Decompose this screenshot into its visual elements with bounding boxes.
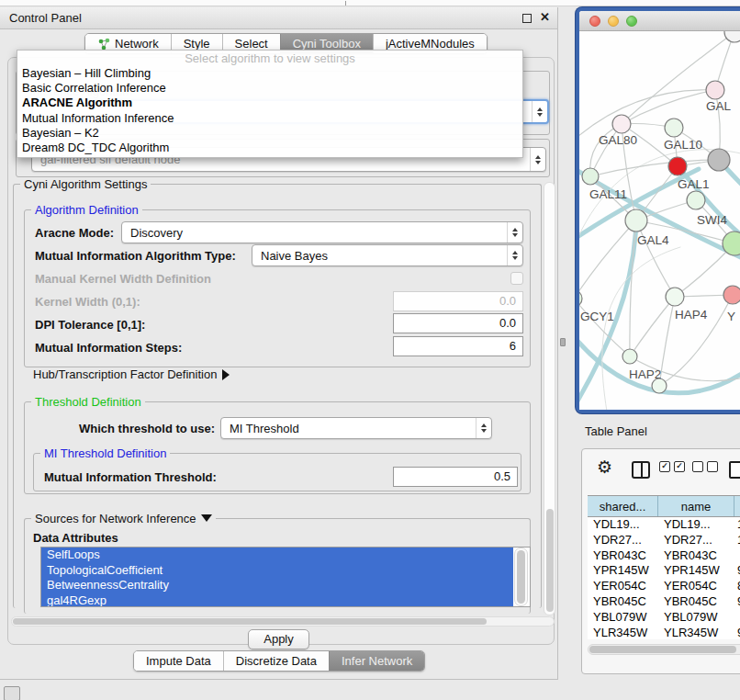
table-row[interactable]: YBR045CYBR045C9. [588,594,740,610]
mi-threshold-field[interactable]: 0.5 [393,467,518,487]
network-edge-thin[interactable] [636,220,675,297]
which-threshold-value: MI Threshold [230,422,299,435]
data-attributes-list[interactable]: SelfLoopsTopologicalCoefficientBetweenne… [40,547,531,607]
bottom-tab-discretize-data[interactable]: Discretize Data [223,651,329,671]
attribute-item-gal4rgexp[interactable]: gal4RGexp [41,593,513,608]
dropdown-item-bayesian-hill-climbing[interactable]: Bayesian – Hill Climbing [17,66,522,81]
aracne-mode-value: Discovery [130,226,183,240]
sources-group-title[interactable]: Sources for Network Inference [31,512,216,525]
network-edge-thin[interactable] [659,297,675,386]
node-swi4[interactable] [687,191,705,209]
table-cell: YDR27... [588,533,658,548]
node-gal-pink[interactable] [706,81,724,99]
mi-algorithm-type-combobox[interactable]: Naive Bayes [252,244,523,266]
dropdown-item-basic-correlation-inference[interactable]: Basic Correlation Inference [17,81,522,96]
table-row[interactable]: YER054CYER054C8. [588,579,740,594]
node-bottom-partial[interactable] [652,378,667,393]
table-cell: YBR045C [658,594,734,610]
scrollbar-thumb[interactable] [13,618,487,625]
manual-kernel-width-checkbox[interactable] [510,272,523,285]
column-header-name[interactable]: name [658,496,734,516]
unchecked-box-icon [707,461,718,472]
dropdown-item-aracne-algorithm[interactable]: ARACNE Algorithm [17,96,522,110]
attributes-list-scrollbar[interactable] [514,548,528,606]
attribute-item-selfloops[interactable]: SelfLoops [41,548,513,563]
scrollbar-thumb[interactable] [546,509,554,612]
close-panel-icon[interactable]: ✕ [540,10,550,24]
node-gcy1[interactable] [579,290,582,307]
hub-definition-toggle[interactable]: Hub/Transcription Factor Definition [33,367,230,381]
dropdown-item-dream8-dc-tdc-algorithm[interactable]: Dream8 DC_TDC Algorithm [17,141,522,155]
dpi-tolerance-field[interactable]: 0.0 [393,313,523,333]
node-top-partial[interactable] [724,31,740,42]
node-gal11-label: GAL11 [589,187,627,201]
app-toolbar-strip [0,0,740,6]
table-row[interactable]: YBR043CYBR043C [588,548,740,564]
table-row[interactable]: YDL19...YDL19...13 [588,517,740,533]
column-header-2[interactable] [734,496,740,516]
cyni-algorithm-settings-title: Cyni Algorithm Settings [20,177,151,191]
bottom-tab-label: Impute Data [146,654,211,668]
node-gal1[interactable] [668,157,687,175]
table-panel: ⚙ ✓ ✓ shared...name YDL19...YDL19...13YD… [581,448,740,674]
table-panel-titlebar: Table Panel [576,418,740,444]
table-cell: YLR345W [658,626,734,639]
table-cell: YPR145W [588,563,658,579]
network-edge-thin[interactable] [630,297,675,356]
settings-horizontal-scrollbar[interactable] [11,616,555,627]
tab-label: Cyni Toolbox [293,37,361,51]
node-hap4[interactable] [666,288,684,306]
columns-icon[interactable] [632,461,650,479]
sources-title-text: Sources for Network Inference [35,512,196,525]
aracne-mode-combobox[interactable]: Discovery [121,221,523,243]
which-threshold-combobox[interactable]: MI Threshold [220,417,492,439]
table-row[interactable]: YBL079WYBL079W [588,610,740,626]
minimized-panel-icon[interactable] [4,686,20,700]
network-edge-thin[interactable] [622,90,715,124]
table-body[interactable]: YDL19...YDL19...13YDR27...YDR27...12YBR0… [588,517,740,639]
gear-icon[interactable]: ⚙ [597,457,612,478]
apply-button[interactable]: Apply [248,629,309,649]
attribute-item-betweennesscentrality[interactable]: BetweennessCentrality [41,578,513,593]
table-row[interactable]: YPR145WYPR145W9. [588,563,740,579]
zoom-window-icon[interactable] [626,16,637,27]
column-header-shared-[interactable]: shared... [588,496,658,516]
bottom-tab-impute-data[interactable]: Impute Data [134,651,223,671]
table-horizontal-scrollbar[interactable] [588,644,740,655]
node-gal10[interactable] [665,119,683,137]
aracne-mode-label: Aracne Mode: [35,226,114,240]
minimize-window-icon[interactable] [608,16,619,27]
dropdown-prompt[interactable]: Select algorithm to view settings [17,51,522,66]
table-row[interactable]: YDR27...YDR27...12 [588,533,740,548]
node-hap4-label: HAP4 [675,308,708,322]
document-icon[interactable] [729,461,740,479]
dropdown-item-mutual-information-inference[interactable]: Mutual Information Inference [17,111,522,126]
node-hap2[interactable] [622,349,637,364]
node-gal80[interactable] [612,115,631,133]
panel-divider-handle[interactable] [560,338,566,346]
tab-label: jActiveMNodules [386,37,475,51]
dropdown-item-bayesian-k2[interactable]: Bayesian – K2 [17,126,522,141]
node-gray[interactable] [708,149,730,171]
settings-vertical-scrollbar[interactable] [544,182,555,615]
select-all-checkboxes-icon[interactable]: ✓ ✓ [659,461,685,472]
node-gal4[interactable] [625,209,647,231]
network-window-titlebar [579,11,740,31]
scrollbar-thumb[interactable] [589,646,736,653]
mi-steps-field[interactable]: 6 [393,336,523,356]
node-gal11[interactable] [582,168,599,185]
deselect-all-checkboxes-icon[interactable] [692,461,718,472]
cyni-bottom-tab-bar: Impute DataDiscretize DataInfer Network [133,650,425,672]
float-window-icon[interactable] [522,14,532,23]
node-salmon[interactable] [723,286,740,304]
hub-definition-label: Hub/Transcription Factor Definition [33,367,217,381]
attribute-item-topologicalcoefficient[interactable]: TopologicalCoefficient [41,563,513,579]
tab-label: Style [184,37,210,51]
toolbar-tick [345,1,346,6]
bottom-tab-infer-network[interactable]: Infer Network [329,651,424,671]
scrollbar-thumb[interactable] [517,550,525,604]
network-canvas[interactable]: GALGAL80GAL10GAL1GAL11SWI4GAL4GCY1HAP4YH… [579,31,740,410]
combo-spinner-icon [507,222,522,243]
close-window-icon[interactable] [589,16,600,27]
table-row[interactable]: YLR345WYLR345W9. [588,626,740,639]
